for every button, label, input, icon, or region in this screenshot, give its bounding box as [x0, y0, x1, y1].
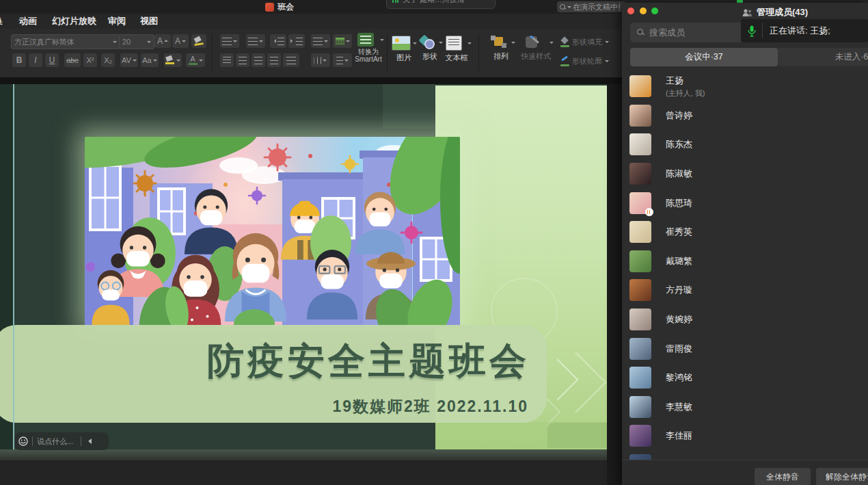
chevron-down-icon	[380, 39, 384, 43]
font-family-select[interactable]: 方正汉真广标简体	[11, 34, 120, 49]
quick-styles-button[interactable]: 快速样式	[518, 36, 554, 62]
subscript-button[interactable]: X₂	[101, 53, 115, 67]
document-search-input[interactable]	[573, 3, 621, 11]
member-row[interactable]: 李慧敏	[622, 393, 868, 422]
member-row[interactable]	[622, 451, 868, 460]
tab-not-joined[interactable]: 未进入·6	[778, 48, 868, 66]
chevron-down-icon	[550, 42, 554, 46]
member-row[interactable]: 方丹璇	[622, 276, 868, 305]
screen: 班会 关于 延期…州疫情 换 动画 幻灯片放映 审阅 视图 方正汉真广标简体 2…	[0, 0, 868, 485]
slide-canvas[interactable]: 防疫安全主题班会 19数媒师2班 2022.11.10	[0, 84, 622, 449]
unmute-all-button[interactable]: 解除全体静音	[816, 468, 868, 485]
sort-button[interactable]	[311, 53, 330, 67]
member-row[interactable]: 雷雨俊	[622, 334, 868, 363]
up-arrow-icon	[164, 38, 168, 42]
align-right-button[interactable]	[252, 53, 265, 67]
bullets-button[interactable]	[220, 34, 239, 48]
clear-format-button[interactable]	[191, 34, 206, 48]
member-row[interactable]: 曾诗婷	[622, 101, 868, 131]
smartart-button[interactable]: 转换为SmartArt	[353, 33, 384, 63]
shapes-icon	[419, 36, 435, 49]
chevron-down-icon	[346, 40, 350, 44]
align-center-button[interactable]	[236, 53, 249, 67]
member-row[interactable]: 陈东杰	[622, 130, 868, 159]
align-left-button[interactable]	[220, 53, 234, 67]
shape-outline-button[interactable]: 形状轮廓	[560, 56, 609, 66]
font-color-label: A	[190, 55, 195, 62]
collapse-icon[interactable]	[85, 438, 92, 444]
member-list[interactable]: 王扬(主持人, 我)曾诗婷陈东杰陈淑敏陈思琦崔秀英戴璐繁方丹璇黄婉婷雷雨俊黎鸿铭…	[622, 72, 868, 460]
indent-button[interactable]	[288, 34, 305, 48]
mute-all-button[interactable]: 全体静音	[755, 468, 811, 485]
shapes-label: 形状	[417, 51, 443, 62]
chevron-down-icon	[324, 40, 328, 44]
menu-item-review[interactable]: 审阅	[108, 15, 126, 27]
divider	[81, 436, 81, 446]
member-avatar	[629, 133, 651, 155]
bold-button[interactable]: B	[12, 53, 26, 67]
lines-icon	[277, 38, 284, 45]
table-button[interactable]	[333, 34, 352, 48]
menu-item-view[interactable]: 视图	[140, 15, 158, 27]
arrange-label: 排列	[487, 51, 515, 62]
quick-styles-label: 快速样式	[518, 51, 554, 62]
member-row[interactable]: 黄婉婷	[622, 305, 868, 335]
smartart-label: 转换为SmartArt	[353, 48, 384, 63]
member-row[interactable]: 李佳丽	[622, 421, 868, 451]
emoji-icon[interactable]	[18, 436, 28, 446]
increase-font-button[interactable]: A	[154, 34, 171, 48]
line-spacing-button[interactable]	[311, 34, 330, 48]
members-panel: 管理成员(43) 正在讲话: 王扬; 会议中·37 未进入·6 王扬(主持人, …	[622, 3, 868, 485]
distribute-button[interactable]	[283, 53, 299, 67]
char-spacing-label: AV	[122, 56, 131, 64]
notification-toast[interactable]: 关于 延期…州疫情	[386, 0, 496, 9]
tab-in-meeting[interactable]: 会议中·37	[630, 48, 778, 66]
strikethrough-button[interactable]: abc	[64, 53, 81, 67]
text-direction-button[interactable]	[333, 53, 352, 67]
change-case-button[interactable]: Aa	[141, 53, 159, 67]
document-search[interactable]	[557, 1, 626, 12]
notification-text: 关于 延期…州疫情	[403, 0, 465, 5]
member-avatar	[629, 396, 651, 418]
menu-item-animation[interactable]: 动画	[19, 15, 37, 27]
outdent-icon	[272, 39, 276, 43]
decrease-font-button[interactable]: A	[172, 34, 189, 48]
member-avatar	[629, 163, 651, 185]
shapes-button[interactable]: 形状	[417, 36, 443, 62]
char-spacing-button[interactable]: AV	[120, 53, 138, 67]
picture-button[interactable]: 图片	[391, 36, 417, 63]
member-row[interactable]: 王扬(主持人, 我)	[622, 72, 868, 101]
member-row[interactable]: 戴璐繁	[622, 247, 868, 276]
quick-styles-icon	[524, 36, 543, 49]
divider	[762, 23, 763, 38]
justify-button[interactable]	[267, 53, 281, 67]
chat-input[interactable]	[37, 437, 77, 445]
menu-item-transitions[interactable]: 换	[0, 15, 3, 27]
outdent-button[interactable]	[270, 34, 286, 48]
underline-button[interactable]: U	[45, 53, 59, 67]
indent-icon	[290, 39, 295, 43]
powerpoint-icon	[265, 3, 274, 12]
font-color-button[interactable]: A	[186, 53, 205, 67]
superscript-button[interactable]: X²	[83, 53, 97, 67]
arrange-button[interactable]: 排列	[487, 36, 515, 62]
font-size-select[interactable]: 20	[119, 34, 154, 49]
shape-fill-button[interactable]: 形状填充	[560, 37, 609, 47]
traffic-light-zoom[interactable]	[651, 8, 658, 14]
highlight-button[interactable]	[164, 53, 182, 67]
numbering-button[interactable]	[246, 34, 265, 48]
textbox-button[interactable]: 文本框	[442, 36, 472, 63]
member-row[interactable]: 崔秀英	[622, 218, 868, 247]
member-row[interactable]: 陈淑敏	[622, 159, 868, 189]
guide-line	[13, 84, 14, 449]
member-row[interactable]: 黎鸿铭	[622, 363, 868, 393]
traffic-light-close[interactable]	[627, 8, 634, 14]
italic-button[interactable]: I	[29, 53, 42, 67]
change-case-label: Aa	[142, 56, 151, 64]
member-row[interactable]: 陈思琦	[622, 188, 868, 218]
chat-bar[interactable]	[14, 432, 109, 450]
traffic-light-minimize[interactable]	[640, 8, 647, 14]
member-note: (主持人, 我)	[666, 88, 705, 99]
slide-title: 防疫安全主题班会	[207, 337, 530, 386]
menu-item-slideshow[interactable]: 幻灯片放映	[52, 15, 96, 27]
